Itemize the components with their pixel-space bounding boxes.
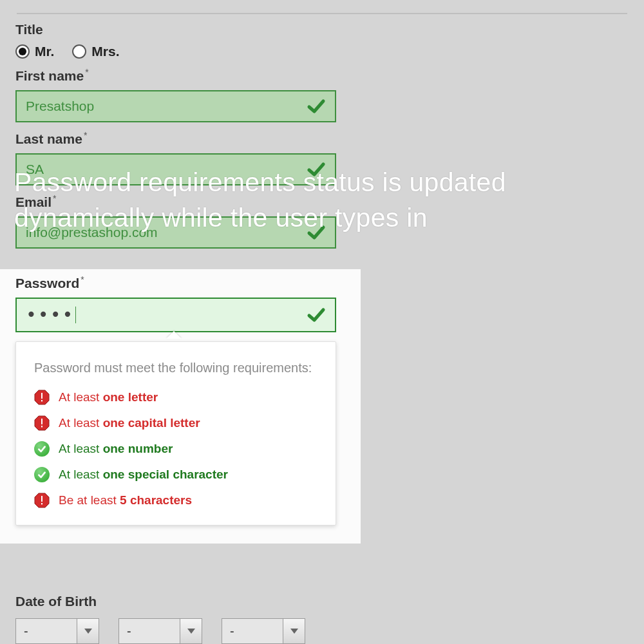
success-icon — [34, 467, 50, 482]
svg-marker-11 — [290, 629, 298, 634]
password-label: Password* — [15, 274, 345, 291]
svg-rect-1 — [41, 393, 43, 399]
password-section: Password* •••• Password must meet the fo… — [0, 269, 361, 544]
first-name-label: First name* — [15, 67, 629, 84]
check-icon — [307, 97, 326, 116]
radio-mrs[interactable]: Mrs. — [72, 44, 119, 59]
requirement-text: At least one number — [59, 442, 173, 456]
dob-month-select[interactable]: - — [118, 618, 202, 644]
dob-section: Date of Birth - - - — [15, 594, 305, 644]
svg-rect-8 — [41, 503, 43, 505]
success-icon — [34, 441, 50, 457]
chevron-down-icon — [283, 619, 305, 643]
error-icon — [34, 493, 50, 508]
dob-year-value: - — [222, 624, 283, 639]
requirements-title: Password must meet the following require… — [34, 359, 317, 377]
dob-day-value: - — [16, 624, 77, 639]
title-label: Title — [15, 22, 629, 37]
chevron-down-icon — [77, 619, 99, 643]
password-value: •••• — [26, 306, 74, 324]
requirement-item: At least one number — [34, 441, 317, 457]
first-name-input[interactable]: Presatshop — [15, 90, 336, 122]
error-icon — [34, 390, 50, 405]
tooltip-arrow-icon — [166, 331, 182, 339]
requirement-item: At least one letter — [34, 390, 317, 405]
svg-rect-2 — [41, 400, 43, 402]
dob-selects: - - - — [15, 618, 305, 644]
requirement-item: At least one capital letter — [34, 415, 317, 431]
svg-marker-9 — [84, 629, 92, 634]
overlay-caption: Password requirements status is updated … — [14, 165, 644, 236]
error-icon — [34, 415, 50, 431]
radio-mr[interactable]: Mr. — [15, 44, 54, 59]
svg-marker-10 — [187, 629, 195, 634]
password-requirements-tooltip: Password must meet the following require… — [15, 341, 336, 526]
radio-mr-label: Mr. — [35, 44, 54, 59]
dob-label: Date of Birth — [15, 594, 305, 609]
svg-rect-4 — [41, 419, 43, 424]
radio-icon — [72, 44, 86, 59]
radio-icon — [15, 44, 30, 59]
title-radio-group: Mr. Mrs. — [15, 44, 629, 59]
check-icon — [307, 305, 326, 325]
requirement-item: Be at least 5 characters — [34, 493, 317, 508]
dob-month-value: - — [119, 624, 180, 639]
svg-rect-5 — [41, 426, 43, 428]
last-name-label: Last name* — [15, 130, 629, 147]
first-name-value: Presatshop — [26, 99, 307, 114]
requirement-text: Be at least 5 characters — [59, 493, 192, 507]
divider — [17, 13, 627, 14]
requirement-item: At least one special character — [34, 467, 317, 482]
requirement-text: At least one capital letter — [59, 416, 200, 430]
password-input[interactable]: •••• — [15, 298, 336, 332]
radio-mrs-label: Mrs. — [91, 44, 119, 59]
requirement-text: At least one special character — [59, 468, 228, 482]
svg-rect-7 — [41, 496, 43, 502]
chevron-down-icon — [180, 619, 202, 643]
dob-day-select[interactable]: - — [15, 618, 99, 644]
requirement-text: At least one letter — [59, 390, 158, 404]
dob-year-select[interactable]: - — [222, 618, 305, 644]
text-caret — [75, 307, 76, 323]
